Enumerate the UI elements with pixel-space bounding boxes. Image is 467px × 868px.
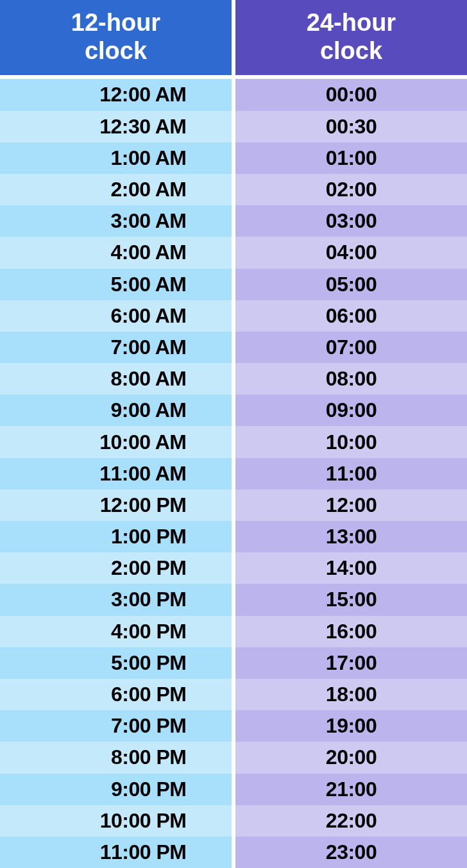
time-24-hour: 08:00 [326, 367, 377, 391]
time-24-hour: 13:00 [326, 525, 377, 549]
time-24-hour: 11:00 [326, 462, 377, 486]
table-row: 3:00 PM [0, 584, 232, 615]
time-24-hour: 21:00 [326, 778, 377, 801]
time-24-hour: 00:00 [326, 83, 377, 106]
table-row: 09:00 [235, 395, 467, 426]
table-row: 9:00 PM [0, 774, 232, 805]
column-24-hour: 24-hour clock 00:0000:3001:0002:0003:000… [235, 0, 467, 868]
table-row: 18:00 [235, 679, 467, 710]
time-12-hour: 1:00 PM [46, 525, 187, 549]
time-24-hour: 22:00 [326, 809, 377, 833]
time-12-hour: 11:00 AM [46, 462, 187, 486]
table-row: 16:00 [235, 616, 467, 647]
table-row: 6:00 PM [0, 679, 232, 710]
table-row: 01:00 [235, 142, 467, 174]
time-12-hour: 6:00 PM [46, 683, 187, 706]
time-24-hour: 02:00 [326, 178, 377, 201]
header-12-line1: 12-hour [71, 9, 160, 36]
table-row: 5:00 PM [0, 647, 232, 679]
table-row: 11:00 PM [0, 837, 232, 868]
time-12-hour: 2:00 AM [46, 178, 187, 201]
time-24-hour: 12:00 [326, 493, 377, 517]
table-row: 3:00 AM [0, 205, 232, 237]
table-row: 03:00 [235, 205, 467, 237]
time-12-hour: 1:00 AM [46, 146, 187, 170]
table-row: 20:00 [235, 742, 467, 773]
time-24-hour: 23:00 [326, 840, 377, 864]
table-row: 00:30 [235, 111, 467, 142]
time-12-hour: 3:00 AM [46, 209, 187, 233]
time-24-hour: 07:00 [326, 336, 377, 359]
header-12-line2: clock [85, 37, 147, 64]
time-12-hour: 8:00 PM [46, 745, 187, 769]
time-12-hour: 5:00 AM [46, 273, 187, 296]
time-12-hour: 4:00 PM [46, 620, 187, 643]
time-12-hour: 6:00 AM [46, 304, 187, 328]
table-row: 11:00 AM [0, 458, 232, 489]
time-24-hour: 19:00 [326, 714, 377, 738]
header-24-line1: 24-hour [307, 9, 396, 36]
table-row: 8:00 PM [0, 742, 232, 773]
table-row: 2:00 AM [0, 174, 232, 205]
time-24-hour: 09:00 [326, 398, 377, 422]
time-24-hour: 15:00 [326, 588, 377, 611]
table-row: 08:00 [235, 363, 467, 395]
table-row: 5:00 AM [0, 269, 232, 300]
table-row: 14:00 [235, 552, 467, 584]
table-row: 10:00 PM [0, 805, 232, 837]
table-row: 05:00 [235, 269, 467, 300]
time-12-hour: 10:00 PM [46, 809, 187, 833]
time-12-hour: 12:00 PM [46, 493, 187, 517]
table-row: 11:00 [235, 458, 467, 489]
time-12-hour: 7:00 AM [46, 336, 187, 359]
table-row: 7:00 PM [0, 710, 232, 742]
time-12-hour: 3:00 PM [46, 588, 187, 611]
table-row: 12:00 AM [0, 79, 232, 110]
table-row: 07:00 [235, 332, 467, 363]
time-12-hour: 7:00 PM [46, 714, 187, 738]
table-row: 13:00 [235, 521, 467, 552]
table-row: 00:00 [235, 79, 467, 110]
time-12-hour: 9:00 PM [46, 778, 187, 801]
header-24-line2: clock [320, 37, 382, 64]
time-24-hour: 04:00 [326, 241, 377, 264]
time-24-hour: 20:00 [326, 745, 377, 769]
rows-12-hour: 12:00 AM12:30 AM1:00 AM2:00 AM3:00 AM4:0… [0, 79, 232, 868]
table-row: 1:00 PM [0, 521, 232, 552]
time-24-hour: 01:00 [326, 146, 377, 170]
time-conversion-table: 12-hour clock 12:00 AM12:30 AM1:00 AM2:0… [0, 0, 467, 868]
time-24-hour: 18:00 [326, 683, 377, 706]
table-row: 06:00 [235, 300, 467, 332]
time-12-hour: 8:00 AM [46, 367, 187, 391]
time-12-hour: 5:00 PM [46, 651, 187, 675]
table-row: 12:00 PM [0, 489, 232, 521]
table-row: 6:00 AM [0, 300, 232, 332]
table-row: 2:00 PM [0, 552, 232, 584]
time-24-hour: 16:00 [326, 620, 377, 643]
table-row: 19:00 [235, 710, 467, 742]
table-row: 22:00 [235, 805, 467, 837]
time-24-hour: 17:00 [326, 651, 377, 675]
time-12-hour: 12:30 AM [46, 115, 187, 139]
time-24-hour: 03:00 [326, 209, 377, 233]
header-24-hour: 24-hour clock [235, 0, 467, 79]
table-row: 4:00 AM [0, 237, 232, 268]
table-row: 10:00 AM [0, 426, 232, 457]
time-12-hour: 4:00 AM [46, 241, 187, 264]
header-12-hour: 12-hour clock [0, 0, 232, 79]
table-row: 15:00 [235, 584, 467, 615]
table-row: 02:00 [235, 174, 467, 205]
time-12-hour: 2:00 PM [46, 556, 187, 580]
table-row: 21:00 [235, 774, 467, 805]
time-12-hour: 9:00 AM [46, 398, 187, 422]
column-12-hour: 12-hour clock 12:00 AM12:30 AM1:00 AM2:0… [0, 0, 232, 868]
table-row: 04:00 [235, 237, 467, 268]
table-row: 9:00 AM [0, 395, 232, 426]
time-24-hour: 00:30 [326, 115, 377, 139]
table-row: 1:00 AM [0, 142, 232, 174]
time-24-hour: 10:00 [326, 430, 377, 454]
table-row: 10:00 [235, 426, 467, 457]
table-row: 8:00 AM [0, 363, 232, 395]
table-row: 23:00 [235, 837, 467, 868]
time-12-hour: 11:00 PM [46, 840, 187, 864]
